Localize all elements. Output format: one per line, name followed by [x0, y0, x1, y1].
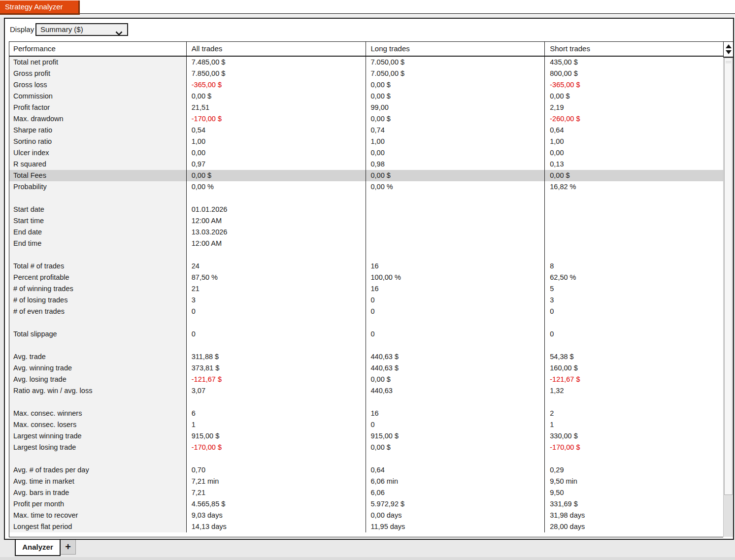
- table-row[interactable]: Total # of trades 24 16 8: [9, 261, 723, 272]
- all-trades-value-cell: 0: [186, 306, 366, 317]
- table-row[interactable]: Largest winning trade 915,00 $ 915,00 $ …: [9, 430, 723, 442]
- table-row[interactable]: [9, 396, 723, 408]
- add-tab-button[interactable]: +: [61, 540, 76, 555]
- long-trades-value-cell: 440,63: [366, 385, 545, 396]
- table-row[interactable]: Total net profit 7.485,00 $ 7.050,00 $ 4…: [9, 57, 723, 68]
- short-trades-value-cell: 1,32: [544, 385, 723, 396]
- long-trades-value-cell: 0,00 $: [366, 170, 545, 181]
- long-trades-value-cell: 16: [366, 408, 545, 419]
- row-label-cell: [9, 193, 186, 204]
- short-trades-value-cell: [544, 249, 723, 261]
- table-row[interactable]: Longest flat period 14,13 days 11,95 day…: [9, 521, 723, 532]
- table-row[interactable]: Profit per month 4.565,85 $ 5.972,92 $ 3…: [9, 498, 723, 510]
- scroll-up-button[interactable]: [725, 44, 732, 48]
- all-trades-value-cell: 1: [186, 419, 366, 430]
- table-row[interactable]: End time 12:00 AM: [9, 238, 723, 249]
- table-row[interactable]: Commission 0,00 $ 0,00 $ 0,00 $: [9, 91, 723, 102]
- row-label-cell: Commission: [9, 91, 186, 102]
- table-row[interactable]: Ratio avg. win / avg. loss 3,07 440,63 1…: [9, 385, 723, 396]
- table-row[interactable]: R squared 0,97 0,98 0,13: [9, 159, 723, 170]
- table-row[interactable]: Max. time to recover 9,03 days 0,00 days…: [9, 510, 723, 521]
- display-dropdown[interactable]: Summary ($): [35, 23, 128, 36]
- all-trades-value-cell: 9,03 days: [186, 510, 366, 521]
- table-row[interactable]: Max. consec. losers 1 0 1: [9, 419, 723, 430]
- short-trades-value-cell: [544, 204, 723, 215]
- table-row[interactable]: Sortino ratio 1,00 1,00 1,00: [9, 136, 723, 147]
- short-trades-value-cell: [544, 227, 723, 238]
- table-row[interactable]: [9, 317, 723, 329]
- table-row[interactable]: Profit factor 21,51 99,00 2,19: [9, 102, 723, 113]
- long-trades-value-cell: 100,00 %: [366, 272, 545, 283]
- row-label-cell: Start time: [9, 215, 186, 227]
- long-trades-value-cell: [366, 453, 545, 464]
- long-trades-value-cell: [366, 317, 545, 329]
- table-row[interactable]: Largest losing trade -170,00 $ 0,00 $ -1…: [9, 442, 723, 453]
- short-trades-value-cell: 160,00 $: [544, 362, 723, 374]
- scrollbar-track[interactable]: [723, 58, 733, 537]
- all-trades-value-cell: 13.03.2026: [186, 227, 366, 238]
- table-row[interactable]: Max. consec. winners 6 16 2: [9, 408, 723, 419]
- table-row[interactable]: [9, 453, 723, 464]
- tab-analyzer[interactable]: Analyzer: [15, 540, 61, 556]
- long-trades-value-cell: 0,74: [366, 125, 545, 136]
- table-row[interactable]: # of losing trades 3 0 3: [9, 295, 723, 306]
- table-row[interactable]: Avg. time in market 7,21 min 6,06 min 9,…: [9, 476, 723, 487]
- performance-table: Performance All trades Long trades Short…: [9, 41, 733, 537]
- row-label-cell: Max. time to recover: [9, 510, 186, 521]
- column-header-long-trades[interactable]: Long trades: [366, 42, 545, 56]
- window-title-tab[interactable]: Strategy Analyzer: [0, 0, 80, 15]
- row-label-cell: R squared: [9, 159, 186, 170]
- all-trades-value-cell: 915,00 $: [186, 430, 366, 442]
- table-row[interactable]: Total slippage 0 0 0: [9, 329, 723, 340]
- short-trades-value-cell: 8: [544, 261, 723, 272]
- table-row[interactable]: End date 13.03.2026: [9, 227, 723, 238]
- table-row[interactable]: # of winning trades 21 16 5: [9, 283, 723, 295]
- table-row[interactable]: Sharpe ratio 0,54 0,74 0,64: [9, 125, 723, 136]
- window-title: Strategy Analyzer: [5, 2, 63, 11]
- row-label-cell: Max. consec. winners: [9, 408, 186, 419]
- row-label-cell: [9, 317, 186, 329]
- scrollbar-thumb[interactable]: [724, 58, 733, 495]
- row-label-cell: [9, 396, 186, 408]
- table-row[interactable]: Ulcer index 0,00 0,00 0,00: [9, 147, 723, 159]
- table-row[interactable]: Avg. losing trade -121,67 $ 0,00 $ -121,…: [9, 374, 723, 385]
- short-trades-value-cell: 800,00 $: [544, 68, 723, 79]
- short-trades-value-cell: [544, 453, 723, 464]
- scroll-down-button[interactable]: [725, 50, 732, 54]
- table-row[interactable]: Avg. winning trade 373,81 $ 440,63 $ 160…: [9, 362, 723, 374]
- row-label-cell: Avg. bars in trade: [9, 487, 186, 498]
- row-label-cell: Percent profitable: [9, 272, 186, 283]
- column-header-short-trades[interactable]: Short trades: [544, 42, 723, 56]
- column-header-performance[interactable]: Performance: [9, 42, 186, 56]
- long-trades-value-cell: 0,00 days: [366, 510, 545, 521]
- table-row[interactable]: Start time 12:00 AM: [9, 215, 723, 227]
- all-trades-value-cell: -170,00 $: [186, 442, 366, 453]
- table-row[interactable]: Avg. trade 311,88 $ 440,63 $ 54,38 $: [9, 351, 723, 362]
- strip-panel-gap: [0, 14, 735, 18]
- all-trades-value-cell: 311,88 $: [186, 351, 366, 362]
- table-row[interactable]: [9, 193, 723, 204]
- row-label-cell: Total net profit: [9, 57, 186, 68]
- table-row[interactable]: Total Fees 0,00 $ 0,00 $ 0,00 $: [9, 170, 723, 181]
- table-row[interactable]: Avg. bars in trade 7,21 6,06 9,50: [9, 487, 723, 498]
- table-row[interactable]: Start date 01.01.2026: [9, 204, 723, 215]
- table-row[interactable]: Gross loss -365,00 $ 0,00 $ -365,00 $: [9, 79, 723, 91]
- row-label-cell: Avg. time in market: [9, 476, 186, 487]
- table-row[interactable]: Percent profitable 87,50 % 100,00 % 62,5…: [9, 272, 723, 283]
- table-row[interactable]: Max. drawdown -170,00 $ 0,00 $ -260,00 $: [9, 113, 723, 125]
- triangle-down-icon: [726, 50, 732, 54]
- table-row[interactable]: Avg. # of trades per day 0,70 0,64 0,29: [9, 464, 723, 476]
- all-trades-value-cell: 3,07: [186, 385, 366, 396]
- table-row[interactable]: Probability 0,00 % 0,00 % 16,82 %: [9, 181, 723, 193]
- all-trades-value-cell: 7.485,00 $: [186, 57, 366, 68]
- long-trades-value-cell: 0,00 $: [366, 442, 545, 453]
- table-row[interactable]: Gross profit 7.850,00 $ 7.050,00 $ 800,0…: [9, 68, 723, 79]
- vertical-scrollbar-column: [723, 41, 733, 537]
- table-row[interactable]: [9, 249, 723, 261]
- window-bottom-edge: [0, 557, 735, 560]
- column-header-all-trades[interactable]: All trades: [186, 42, 366, 56]
- long-trades-value-cell: [366, 396, 545, 408]
- table-row[interactable]: # of even trades 0 0 0: [9, 306, 723, 317]
- table-row[interactable]: [9, 340, 723, 351]
- row-label-cell: Longest flat period: [9, 521, 186, 532]
